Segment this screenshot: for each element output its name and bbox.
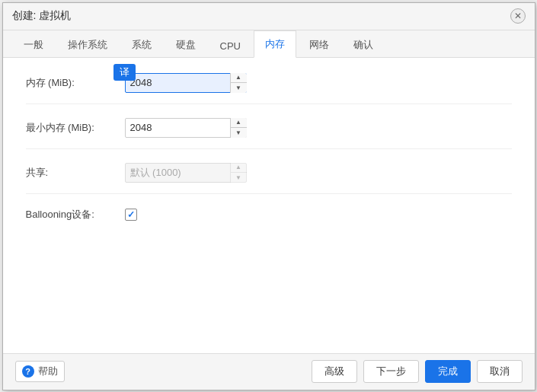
close-icon: ✕ [514,11,522,21]
help-button[interactable]: ? 帮助 [15,361,65,382]
ballooning-label: Ballooning设备: [26,208,125,221]
memory-label: 内存 (MiB): [26,76,125,90]
spin-up-icon3: ▲ [235,164,241,171]
tab-system[interactable]: 系统 [120,31,163,58]
tab-os[interactable]: 操作系统 [56,31,119,58]
footer-right: 高级 下一步 完成 取消 [312,360,523,383]
tab-general[interactable]: 一般 [12,31,55,58]
ballooning-row: Ballooning设备: [26,208,512,232]
translate-tooltip: 译 [113,64,136,81]
share-input-disabled: 默认 (1000) [125,163,247,183]
share-spin-down: ▼ [231,173,247,183]
memory-row: 内存 (MiB): ▲ ▼ [26,73,512,104]
spin-down-icon2: ▼ [235,129,241,136]
spin-up-icon2: ▲ [235,119,241,126]
footer: ? 帮助 高级 下一步 完成 取消 [3,353,535,390]
min-memory-control: ▲ ▼ [125,118,247,138]
min-memory-spinner: ▲ ▼ [230,118,247,138]
share-spinner: ▲ ▼ [230,163,247,183]
min-memory-spin-down[interactable]: ▼ [231,128,247,138]
min-memory-input[interactable] [125,118,247,138]
memory-input[interactable] [125,73,247,93]
help-label: 帮助 [38,365,58,378]
footer-left: ? 帮助 [15,361,65,382]
share-label: 共享: [26,166,125,180]
next-button[interactable]: 下一步 [363,360,419,383]
close-button[interactable]: ✕ [510,8,526,24]
ballooning-control [125,209,137,221]
tab-disk[interactable]: 硬盘 [165,31,207,58]
share-placeholder: 默认 (1000) [130,166,181,180]
min-memory-row: 最小内存 (MiB): ▲ ▼ [26,118,512,149]
tab-bar: 一般 操作系统 系统 硬盘 CPU 内存 网络 确认 [3,30,535,58]
title-bar: 创建: 虚拟机 ✕ [3,3,535,30]
spin-down-icon3: ▼ [235,174,241,181]
tab-network[interactable]: 网络 [298,31,340,58]
share-spin-up: ▲ [231,163,247,174]
min-memory-spin-up[interactable]: ▲ [231,118,247,129]
spin-down-icon: ▼ [235,84,241,91]
finish-button[interactable]: 完成 [425,360,471,383]
memory-spin-up[interactable]: ▲ [231,73,247,84]
share-control: 默认 (1000) ▲ ▼ [125,163,247,183]
tab-memory[interactable]: 内存 [254,30,296,58]
memory-spin-down[interactable]: ▼ [231,83,247,93]
ballooning-checkbox[interactable] [125,209,137,221]
memory-spinner: ▲ ▼ [230,73,247,93]
translate-label: 译 [120,66,129,78]
advanced-button[interactable]: 高级 [312,360,357,383]
tab-cpu[interactable]: CPU [209,33,252,58]
spin-up-icon: ▲ [235,74,241,81]
dialog-title: 创建: 虚拟机 [12,9,72,23]
memory-control: ▲ ▼ [125,73,247,93]
share-row: 共享: 默认 (1000) ▲ ▼ [26,163,512,194]
cancel-button[interactable]: 取消 [477,360,523,383]
help-icon: ? [22,365,34,378]
create-vm-dialog: 创建: 虚拟机 ✕ 一般 操作系统 系统 硬盘 CPU 内存 网络 确认 译 内… [2,2,535,390]
content-area: 译 内存 (MiB): ▲ ▼ 最小内存 (MiB): [3,58,535,353]
tab-confirm[interactable]: 确认 [342,31,385,58]
min-memory-label: 最小内存 (MiB): [26,121,125,135]
